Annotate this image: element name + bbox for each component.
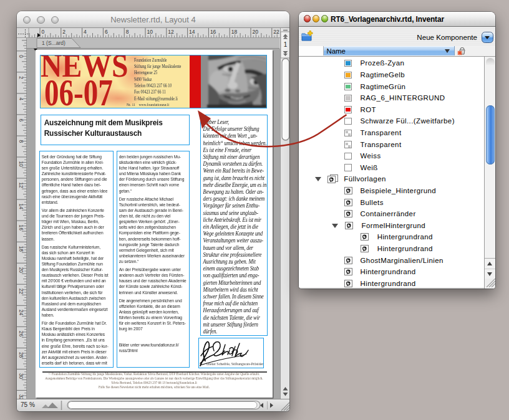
svg-text:20: 20 [253, 29, 259, 35]
svg-text:10: 10 [147, 29, 153, 35]
svg-text:0: 0 [18, 55, 24, 58]
svg-text:16: 16 [210, 29, 216, 35]
svg-text:10: 10 [18, 161, 24, 168]
svg-text:24: 24 [18, 310, 24, 316]
svg-text:8: 8 [126, 29, 129, 35]
svg-text:22: 22 [273, 29, 279, 35]
svg-text:20: 20 [18, 267, 24, 274]
svg-text:28: 28 [18, 352, 24, 358]
svg-text:6: 6 [105, 29, 108, 35]
svg-text:26: 26 [18, 331, 24, 337]
svg-text:1 (S...ard): 1 (S...ard) [42, 40, 65, 46]
svg-text:14: 14 [18, 204, 24, 210]
svg-text:2: 2 [18, 76, 24, 79]
svg-text:30: 30 [18, 373, 24, 379]
svg-text:32: 32 [18, 394, 24, 399]
svg-text:22: 22 [18, 289, 24, 295]
svg-text:18: 18 [18, 246, 24, 252]
svg-text:12: 12 [18, 183, 24, 189]
svg-text:1: 1 [283, 41, 287, 48]
svg-text:4: 4 [84, 29, 87, 35]
svg-text:16: 16 [18, 225, 24, 231]
svg-text:0: 0 [42, 29, 45, 35]
svg-text:18: 18 [231, 29, 238, 35]
svg-text:2: 2 [62, 29, 65, 35]
svg-text:14: 14 [189, 29, 195, 35]
svg-text:12: 12 [168, 29, 174, 35]
